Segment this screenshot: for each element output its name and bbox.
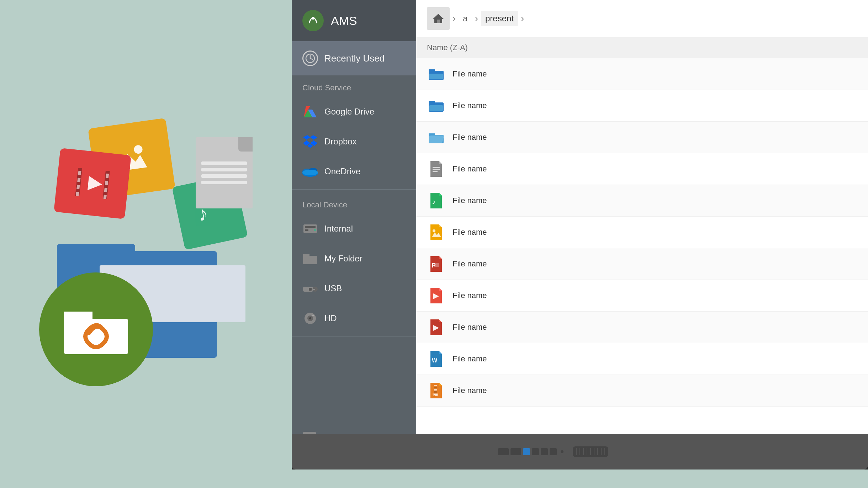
svg-rect-79 <box>523 448 530 455</box>
svg-point-45 <box>309 317 311 319</box>
sidebar-item-internal[interactable]: Internal <box>292 214 416 244</box>
svg-rect-38 <box>303 254 309 257</box>
image-icon <box>429 224 443 241</box>
file-icon-word: W <box>427 350 445 368</box>
file-row[interactable]: File name <box>416 122 868 153</box>
my-folder-label: My Folder <box>324 254 362 264</box>
file-row[interactable]: File name <box>416 312 868 343</box>
file-name-3: File name <box>452 133 487 142</box>
hd-svg <box>302 312 318 325</box>
doc-line-3 <box>201 174 247 178</box>
svg-rect-60 <box>433 167 440 168</box>
svg-rect-54 <box>429 74 443 79</box>
svg-point-1 <box>133 145 143 154</box>
file-name-10: File name <box>452 354 487 364</box>
folder-svg <box>302 252 318 265</box>
svg-rect-61 <box>433 169 440 170</box>
file-name-9: File name <box>452 323 487 332</box>
file-row[interactable]: File name <box>416 280 868 312</box>
google-drive-label: Google Drive <box>324 107 374 117</box>
svg-rect-72 <box>434 387 437 388</box>
file-icon-folder-open <box>427 128 445 147</box>
hd-label: HD <box>324 313 337 323</box>
sidebar-item-onedrive[interactable]: OneDrive <box>292 157 416 186</box>
svg-rect-10 <box>104 188 107 192</box>
sidebar-header: AMS <box>292 0 416 41</box>
recently-used-item[interactable]: Recently Used <box>292 41 416 75</box>
file-row[interactable]: P File name <box>416 248 868 280</box>
sort-name: Name <box>427 43 448 52</box>
sidebar-item-my-folder[interactable]: My Folder <box>292 244 416 274</box>
recently-used-label: Recently Used <box>324 53 385 64</box>
svg-rect-56 <box>429 101 435 104</box>
svg-rect-6 <box>76 185 80 189</box>
dropbox-svg <box>303 135 317 148</box>
sidebar-item-usb[interactable]: USB <box>292 274 416 303</box>
usb-svg <box>302 283 318 294</box>
main-content: › a › present › Name (Z-A) <box>416 0 868 452</box>
file-row[interactable]: File name <box>416 90 868 122</box>
onedrive-icon <box>302 164 318 179</box>
svg-rect-34 <box>305 226 316 228</box>
svg-rect-78 <box>510 448 521 455</box>
svg-rect-77 <box>498 448 509 455</box>
file-icon-document <box>427 160 445 178</box>
file-icon-audio: ♪ <box>427 191 445 210</box>
folder-blue-icon-2 <box>428 99 444 112</box>
breadcrumb-a: a <box>459 11 472 26</box>
file-row[interactable]: File name <box>416 58 868 90</box>
sidebar-item-hd[interactable]: HD <box>292 303 416 333</box>
clock-icon <box>302 51 318 66</box>
svg-point-32 <box>302 170 318 175</box>
breadcrumb-arrow-2: › <box>475 13 478 24</box>
sidebar-item-google-drive[interactable]: Google Drive <box>292 97 416 127</box>
file-row[interactable]: ZIP File name <box>416 375 868 407</box>
dropbox-icon <box>302 134 318 149</box>
illustration-area: ♪ <box>0 0 292 488</box>
file-list: File name File name <box>416 58 868 452</box>
svg-text:♪: ♪ <box>432 198 435 206</box>
usb-icon <box>302 281 318 296</box>
svg-rect-62 <box>433 171 438 172</box>
clock-svg <box>305 53 315 63</box>
file-row[interactable]: File name <box>416 153 868 185</box>
hd-icon <box>302 311 318 326</box>
internal-svg <box>303 223 318 234</box>
file-row[interactable]: ♪ File name <box>416 185 868 217</box>
my-folder-icon <box>302 251 318 266</box>
doc-card <box>196 137 253 208</box>
zip-icon: ZIP <box>429 382 443 399</box>
svg-rect-9 <box>105 181 108 185</box>
breadcrumb-present: present <box>481 11 518 26</box>
internal-icon <box>302 221 318 237</box>
file-row[interactable]: File name <box>416 217 868 248</box>
svg-point-36 <box>314 229 316 231</box>
video-file-icon-2 <box>429 319 443 336</box>
video-icon <box>75 168 110 200</box>
file-row[interactable]: W File name <box>416 343 868 375</box>
divider-1 <box>292 189 416 190</box>
file-name-2: File name <box>452 101 487 110</box>
home-button[interactable] <box>427 7 450 30</box>
svg-line-20 <box>310 58 312 59</box>
svg-rect-80 <box>532 448 539 455</box>
ams-icon <box>302 10 324 31</box>
svg-rect-8 <box>106 174 109 178</box>
svg-rect-51 <box>437 20 440 23</box>
svg-text:W: W <box>432 357 438 364</box>
monitor-screen: AMS Recently Used Cloud Service <box>292 0 868 452</box>
svg-rect-33 <box>303 224 317 233</box>
svg-rect-5 <box>77 178 80 182</box>
file-icon-folder-blue <box>427 65 445 83</box>
file-name-1: File name <box>452 69 487 79</box>
folder-open-icon <box>428 131 444 144</box>
sort-label: Name (Z-A) <box>427 43 468 52</box>
folder-paperclip-icon <box>60 301 132 358</box>
monitor-ports <box>491 443 669 461</box>
svg-rect-15 <box>64 312 92 322</box>
file-icon-video-2 <box>427 318 445 336</box>
svg-rect-41 <box>309 288 312 291</box>
home-icon <box>432 12 444 25</box>
sidebar-item-dropbox[interactable]: Dropbox <box>292 127 416 157</box>
svg-text:ZIP: ZIP <box>433 393 438 397</box>
